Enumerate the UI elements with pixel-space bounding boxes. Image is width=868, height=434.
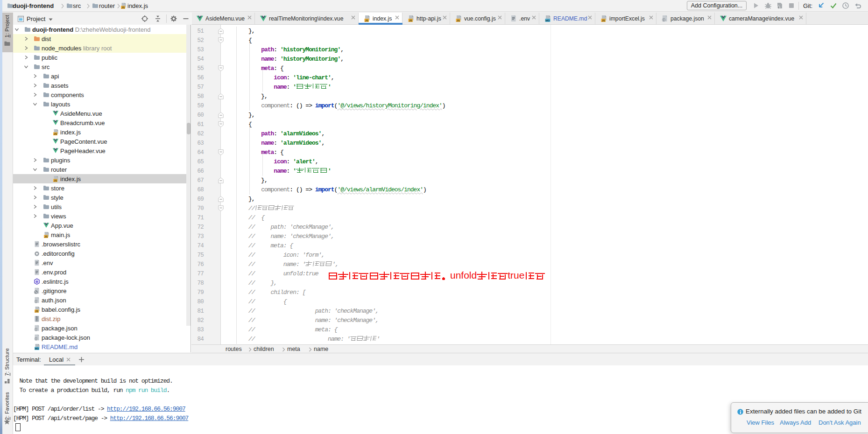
svg-text:JS: JS <box>457 19 460 22</box>
svg-text:MD: MD <box>35 347 39 350</box>
svg-text:JS: JS <box>54 133 57 135</box>
svg-text:JS: JS <box>44 235 48 238</box>
svg-text:JS: JS <box>35 310 38 313</box>
svg-text:MD: MD <box>545 19 550 22</box>
svg-text:JS: JS <box>409 19 412 22</box>
svg-text:JS: JS <box>365 19 368 22</box>
svg-text:JS: JS <box>54 179 57 182</box>
svg-text:JS: JS <box>602 19 605 22</box>
svg-text:JS: JS <box>121 6 125 9</box>
